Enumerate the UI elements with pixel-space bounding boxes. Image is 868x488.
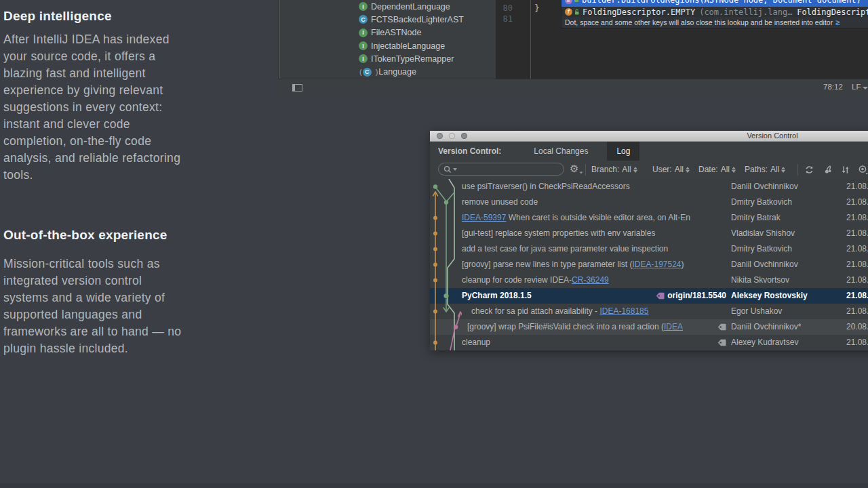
commit-row[interactable]: cleanup for code review IDEA-CR-36249Nik… — [430, 272, 868, 288]
code-text[interactable]: } — [534, 3, 540, 13]
commit-message-text: remove unused code — [462, 197, 538, 207]
filter-value: All — [770, 165, 779, 174]
window-close-button[interactable] — [437, 133, 443, 139]
commit-row[interactable]: remove unused codeDmitry Batkovich21.08.… — [430, 195, 868, 210]
filter-label: Branch: — [591, 165, 619, 174]
tag-label: origin/181.5540 — [667, 288, 726, 304]
issue-link[interactable]: IDEA-197524 — [632, 260, 681, 269]
completion-popup: IDependentLanguageCFCTSBackedLighterASTI… — [279, 0, 496, 79]
refresh-icon[interactable] — [802, 163, 816, 176]
window-zoom-button[interactable] — [461, 133, 467, 139]
commit-message: [gui-test] replace system properties wit… — [462, 226, 726, 241]
commit-author: Dmitry Batkovich — [731, 241, 844, 257]
commit-date: 21.08.18 — [846, 304, 868, 319]
lookup-item[interactable]: f FoldingDescriptor.EMPTY (com.intellij.… — [561, 7, 868, 17]
toolwindow-toggle-icon[interactable] — [292, 84, 302, 92]
tag-icon-box — [715, 319, 726, 335]
commit-message-text: cleanup for code review IDEA- — [462, 275, 572, 285]
commit-message: IDEA-59397 When caret is outside visible… — [462, 210, 726, 226]
completion-item[interactable]: IITokenTypeRemapper — [279, 52, 496, 65]
interface-icon: I — [359, 28, 368, 37]
line-separator-indicator[interactable]: LF — [852, 83, 861, 91]
commit-date: 21.08.18 — [846, 257, 868, 272]
commit-date: 21.08.18 — [846, 241, 868, 257]
tab-log[interactable]: Log — [607, 142, 639, 161]
gear-icon[interactable]: ⚙ — [570, 163, 583, 176]
completion-item-label: FCTSBackedLighterAST — [371, 15, 464, 24]
toolwindow-tabbar: Version Control: Local Changes Log — [430, 142, 868, 161]
commit-message-text: PyCharm 2018.1.5 — [462, 291, 532, 300]
completion-item[interactable]: IDependentLanguage — [279, 0, 496, 13]
commit-row[interactable]: [gui-test] replace system properties wit… — [430, 226, 868, 241]
section-body-deep-intelligence: After IntelliJ IDEA has indexed your sou… — [3, 31, 214, 184]
search-input[interactable] — [438, 163, 564, 176]
tag-icon — [717, 339, 726, 346]
commit-message-text: [groovy] wrap PsiFile#isValid check into… — [467, 322, 664, 331]
lookup-item-selected[interactable]: m builder.buildFoldRegions(ASTNode node,… — [561, 0, 868, 7]
spinner-arrows-icon — [781, 167, 785, 173]
filter-date[interactable]: Date:All — [698, 165, 736, 174]
commit-message-text: ) — [682, 260, 684, 269]
completion-item[interactable]: CFCTSBackedLighterAST — [279, 13, 496, 26]
commit-author: Dmitry Batkovich — [731, 195, 844, 210]
commit-row[interactable]: use psiTraverser() in CheckPsiReadAccess… — [430, 179, 868, 195]
commit-author: Egor Ushakov — [731, 304, 844, 319]
lookup-item-type: FoldingDescriptor — [797, 7, 868, 17]
commit-row[interactable]: add a test case for java same parameter … — [430, 241, 868, 257]
caret-position-indicator[interactable]: 78:12 — [823, 83, 843, 91]
commit-message: remove unused code — [462, 195, 726, 210]
issue-link[interactable]: IDEA-59397 — [462, 213, 506, 222]
commit-row[interactable]: IDEA-59397 When caret is outside visible… — [430, 210, 868, 226]
lookup-item-label: builder.buildFoldRegions(ASTNode node, D… — [582, 0, 861, 5]
commit-row[interactable]: [groovy] parse new lines in type paramet… — [430, 257, 868, 272]
commit-row[interactable]: cleanupAlexey Kudravtsev21.08.18 — [430, 335, 868, 350]
filter-label: User: — [652, 165, 672, 174]
visibility-public-icon — [574, 9, 580, 16]
commit-author: Nikita Skvortsov — [731, 272, 844, 288]
toolwindow-label: Version Control: — [438, 146, 501, 156]
eye-icon[interactable] — [856, 163, 868, 176]
cherry-pick-icon[interactable] — [821, 163, 835, 176]
toolbar-separator — [585, 164, 586, 176]
commit-list: use psiTraverser() in CheckPsiReadAccess… — [430, 179, 868, 350]
lookup-popup: m builder.buildFoldRegions(ASTNode node,… — [561, 0, 868, 28]
issue-link[interactable]: IDEA — [664, 322, 683, 331]
lookup-hint-more-link[interactable]: ≥ — [835, 18, 840, 26]
filter-branch[interactable]: Branch:All — [591, 165, 637, 174]
commit-row[interactable]: check for sa pid attach availability - I… — [430, 304, 868, 319]
issue-link[interactable]: CR-36249 — [572, 275, 609, 285]
filter-user[interactable]: User:All — [652, 165, 690, 174]
commit-row[interactable]: [groovy] wrap PsiFile#isValid check into… — [430, 319, 868, 335]
completion-item-label: DependentLanguage — [371, 2, 450, 12]
commit-message-text: [gui-test] replace system properties wit… — [462, 228, 655, 238]
tag-icon-box — [715, 335, 726, 350]
lookup-hint-bar: Dot, space and some other keys will also… — [561, 17, 868, 28]
version-control-window: Version Control Version Control: Local C… — [430, 131, 868, 350]
interface-icon: I — [359, 2, 368, 11]
tag-icon — [656, 292, 665, 300]
commit-author: Alexey Kudravtsev — [731, 335, 844, 350]
completion-item[interactable]: IFileASTNode — [279, 26, 496, 39]
sort-icon[interactable] — [838, 163, 852, 176]
filter-value: All — [622, 165, 631, 174]
commit-message-text: check for sa pid attach availability - — [471, 306, 599, 316]
lookup-item-package: (com.intellij.lang… — [699, 7, 792, 17]
issue-link[interactable]: IDEA-168185 — [599, 306, 648, 316]
completion-item[interactable]: IInjectableLanguage — [279, 39, 496, 52]
tab-local-changes[interactable]: Local Changes — [531, 142, 591, 161]
completion-list: IDependentLanguageCFCTSBackedLighterASTI… — [279, 0, 496, 79]
window-minimize-button[interactable] — [449, 133, 455, 139]
commit-date: 20.08.18 — [846, 319, 868, 335]
completion-item-label: Language — [378, 67, 416, 77]
lookup-hint-text: Dot, space and some other keys will also… — [565, 18, 833, 26]
completion-item[interactable]: (C)Language — [279, 65, 496, 78]
filter-paths[interactable]: Paths:All — [745, 165, 785, 174]
section-body-out-of-the-box: Mission-critical tools such as integrate… — [3, 256, 214, 357]
line-number: 80 — [499, 3, 513, 14]
commit-author: Daniil Ovchinnikov — [731, 257, 844, 272]
commit-row[interactable]: PyCharm 2018.1.5origin/181.5540Aleksey R… — [430, 288, 868, 304]
commit-date: 21.08.18 — [846, 195, 868, 210]
window-titlebar[interactable]: Version Control — [430, 131, 868, 142]
page-bottom-divider — [0, 483, 868, 488]
editor-status-bar: 78:12 LF — [278, 79, 868, 96]
